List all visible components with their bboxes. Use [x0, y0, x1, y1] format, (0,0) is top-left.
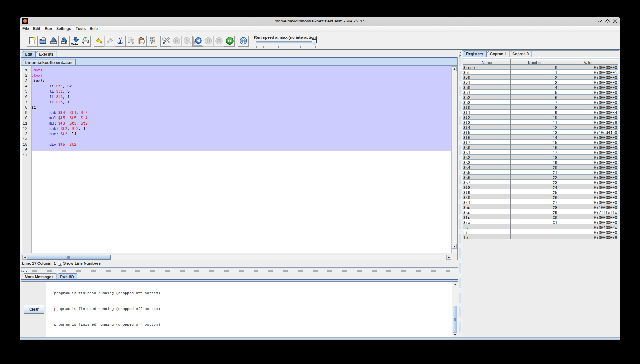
svg-text:0101: 0101 — [71, 42, 78, 45]
svg-text:1: 1 — [189, 41, 191, 45]
svg-text:1: 1 — [194, 39, 196, 45]
